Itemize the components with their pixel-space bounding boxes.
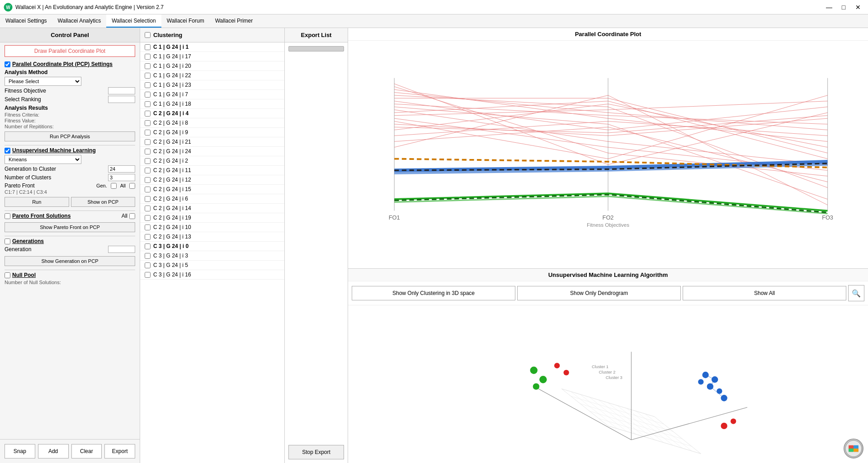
null-pool-checkbox[interactable] bbox=[5, 272, 10, 278]
draw-pcp-button[interactable]: Draw Parallel Coordinate Plot bbox=[5, 45, 135, 57]
cluster-item-c2g24i10[interactable]: C 2 | G 24 | i 10 bbox=[140, 223, 284, 232]
cluster-checkbox-c1g24i18[interactable] bbox=[145, 101, 151, 107]
show-generation-button[interactable]: Show Generation on PCP bbox=[5, 256, 135, 266]
cluster-checkbox-c2g24i21[interactable] bbox=[145, 139, 151, 145]
cluster-checkbox-c2g24i13[interactable] bbox=[145, 234, 151, 240]
cluster-checkbox-c1g24i23[interactable] bbox=[145, 82, 151, 88]
cluster-item-c2g24i13[interactable]: C 2 | G 24 | i 13 bbox=[140, 232, 284, 242]
menu-item-selection[interactable]: Wallacei Selection bbox=[106, 14, 161, 28]
cluster-item-c2g24i11[interactable]: C 2 | G 24 | i 11 bbox=[140, 166, 284, 175]
cluster-checkbox-c1g24i17[interactable] bbox=[145, 54, 151, 60]
cluster-label-c2g24i2: C 2 | G 24 | i 2 bbox=[153, 158, 188, 164]
cluster-item-c2g24i15[interactable]: C 2 | G 24 | i 15 bbox=[140, 185, 284, 194]
cluster-item-c1g24i1[interactable]: C 1 | G 24 | i 1 bbox=[140, 42, 284, 52]
number-of-clusters-input[interactable] bbox=[108, 174, 135, 181]
cluster-item-c1g24i7[interactable]: C 1 | G 24 | i 7 bbox=[140, 90, 284, 99]
add-button[interactable]: Add bbox=[38, 444, 69, 458]
pareto-solutions-label[interactable]: Pareto Front Solutions bbox=[12, 213, 71, 219]
menu-item-settings[interactable]: Wallacei Settings bbox=[0, 14, 52, 28]
menu-item-primer[interactable]: Wallacei Primer bbox=[210, 14, 259, 28]
ml-algorithm-dropdown[interactable]: Kmeans DBSCAN Hierarchical bbox=[5, 155, 81, 164]
cluster-checkbox-c2g24i4[interactable] bbox=[145, 111, 151, 117]
cluster-item-c2g24i14[interactable]: C 2 | G 24 | i 14 bbox=[140, 204, 284, 213]
cluster-checkbox-c1g24i20[interactable] bbox=[145, 63, 151, 69]
cluster-checkbox-c2g24i10[interactable] bbox=[145, 224, 151, 230]
close-button[interactable]: ✕ bbox=[852, 2, 864, 12]
pareto-all-checkbox[interactable] bbox=[129, 183, 135, 189]
pareto-gen-checkbox[interactable] bbox=[111, 183, 117, 189]
cluster-checkbox-c3g24i3[interactable] bbox=[145, 253, 151, 259]
cluster-checkbox-c2g24i12[interactable] bbox=[145, 177, 151, 183]
cluster-item-c2g24i6[interactable]: C 2 | G 24 | i 6 bbox=[140, 194, 284, 204]
clear-button[interactable]: Clear bbox=[71, 444, 102, 458]
cluster-checkbox-c3g24i16[interactable] bbox=[145, 272, 151, 278]
show-dendrogram-button[interactable]: Show Only Dendrogram bbox=[517, 286, 681, 300]
cluster-item-c3g24i5[interactable]: C 3 | G 24 | i 5 bbox=[140, 261, 284, 270]
generation-to-cluster-input[interactable] bbox=[108, 165, 135, 173]
ml-area: Unsupervised Machine Learning Algorithm … bbox=[348, 269, 868, 463]
analysis-method-dropdown[interactable]: Please Select K-Means Hierarchical bbox=[5, 77, 81, 86]
cluster-item-c2g24i9[interactable]: C 2 | G 24 | i 9 bbox=[140, 128, 284, 137]
pcp-settings-checkbox[interactable] bbox=[5, 61, 10, 67]
maximize-button[interactable]: □ bbox=[837, 2, 850, 12]
cluster-item-c3g24i0[interactable]: C 3 | G 24 | i 0 bbox=[140, 242, 284, 251]
cluster-item-c2g24i21[interactable]: C 2 | G 24 | i 21 bbox=[140, 137, 284, 147]
cluster-checkbox-c2g24i8[interactable] bbox=[145, 120, 151, 126]
generations-label[interactable]: Generations bbox=[12, 238, 44, 244]
cluster-checkbox-c2g24i9[interactable] bbox=[145, 130, 151, 136]
pareto-solutions-checkbox[interactable] bbox=[5, 213, 10, 219]
cluster-item-c1g24i23[interactable]: C 1 | G 24 | i 23 bbox=[140, 80, 284, 90]
cluster-checkbox-c3g24i5[interactable] bbox=[145, 262, 151, 268]
cluster-checkbox-c2g24i15[interactable] bbox=[145, 187, 151, 192]
cluster-checkbox-c2g24i24[interactable] bbox=[145, 149, 151, 154]
cluster-item-c2g24i12[interactable]: C 2 | G 24 | i 12 bbox=[140, 175, 284, 185]
cluster-item-c3g24i16[interactable]: C 3 | G 24 | i 16 bbox=[140, 270, 284, 280]
cluster-checkbox-c1g24i1[interactable] bbox=[145, 44, 151, 50]
null-pool-label[interactable]: Null Pool bbox=[12, 272, 36, 278]
svg-point-35 bbox=[563, 370, 569, 375]
cluster-checkbox-c2g24i14[interactable] bbox=[145, 206, 151, 211]
unsupervised-ml-checkbox[interactable] bbox=[5, 148, 10, 154]
show-pareto-button[interactable]: Show Pareto Front on PCP bbox=[5, 222, 135, 232]
generation-field-input[interactable] bbox=[108, 246, 135, 253]
cluster-checkbox-c2g24i6[interactable] bbox=[145, 196, 151, 202]
cluster-item-c3g24i3[interactable]: C 3 | G 24 | i 3 bbox=[140, 251, 284, 261]
svg-line-18 bbox=[645, 414, 692, 451]
cluster-checkbox-c2g24i2[interactable] bbox=[145, 158, 151, 164]
unsupervised-ml-label[interactable]: Unsupervised Machine Learning bbox=[12, 147, 96, 154]
cluster-item-c2g24i2[interactable]: C 2 | G 24 | i 2 bbox=[140, 156, 284, 166]
clustering-all-checkbox[interactable] bbox=[145, 32, 151, 38]
pareto-solutions-all-checkbox[interactable] bbox=[129, 213, 135, 219]
cluster-item-c2g24i4[interactable]: C 2 | G 24 | i 4 bbox=[140, 109, 284, 118]
clustering-list[interactable]: C 1 | G 24 | i 1C 1 | G 24 | i 17C 1 | G… bbox=[140, 42, 284, 463]
menu-item-analytics[interactable]: Wallacei Analytics bbox=[52, 14, 107, 28]
cluster-checkbox-c3g24i0[interactable] bbox=[145, 243, 151, 249]
cluster-checkbox-c2g24i19[interactable] bbox=[145, 215, 151, 221]
cluster-item-c1g24i18[interactable]: C 1 | G 24 | i 18 bbox=[140, 99, 284, 109]
minimize-button[interactable]: — bbox=[823, 2, 835, 12]
run-pcp-button[interactable]: Run PCP Analysis bbox=[5, 131, 135, 141]
show-all-button[interactable]: Show All bbox=[683, 286, 846, 300]
cluster-item-c2g24i8[interactable]: C 2 | G 24 | i 8 bbox=[140, 118, 284, 128]
pcp-settings-label[interactable]: Parallel Coordinate Plot (PCP) Settings bbox=[12, 61, 113, 67]
cluster-item-c1g24i22[interactable]: C 1 | G 24 | i 22 bbox=[140, 71, 284, 80]
cluster-checkbox-c2g24i11[interactable] bbox=[145, 168, 151, 173]
generations-checkbox[interactable] bbox=[5, 239, 10, 244]
run-button[interactable]: Run bbox=[5, 197, 69, 207]
ml-search-button[interactable]: 🔍 bbox=[848, 285, 864, 301]
cluster-item-c1g24i20[interactable]: C 1 | G 24 | i 20 bbox=[140, 61, 284, 71]
cluster-checkbox-c1g24i22[interactable] bbox=[145, 73, 151, 79]
cluster-item-c2g24i19[interactable]: C 2 | G 24 | i 19 bbox=[140, 213, 284, 223]
snap-button[interactable]: Snap bbox=[5, 444, 35, 458]
stop-export-button[interactable]: Stop Export bbox=[288, 445, 344, 459]
fitness-objective-input[interactable] bbox=[108, 87, 135, 94]
export-button[interactable]: Export bbox=[104, 444, 135, 458]
select-ranking-input[interactable] bbox=[108, 96, 135, 103]
num-null-solutions-label: Number of Null Solutions: bbox=[5, 280, 135, 285]
show-3d-button[interactable]: Show Only Clustering in 3D space bbox=[352, 286, 515, 300]
cluster-checkbox-c1g24i7[interactable] bbox=[145, 92, 151, 98]
show-on-pcp-button[interactable]: Show on PCP bbox=[71, 197, 136, 207]
menu-item-forum[interactable]: Wallacei Forum bbox=[161, 14, 210, 28]
cluster-item-c1g24i17[interactable]: C 1 | G 24 | i 17 bbox=[140, 52, 284, 61]
cluster-item-c2g24i24[interactable]: C 2 | G 24 | i 24 bbox=[140, 147, 284, 156]
